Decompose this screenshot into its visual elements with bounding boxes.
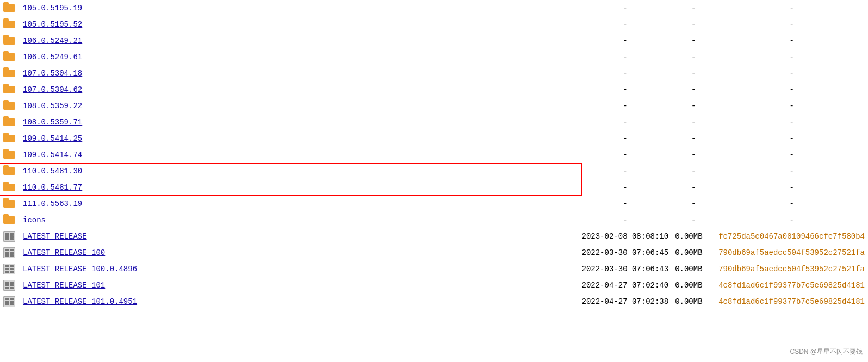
file-link[interactable]: 105.0.5195.52 xyxy=(23,20,82,29)
file-link[interactable]: LATEST_RELEASE_100.0.4896 xyxy=(23,265,137,273)
date-cell: - xyxy=(579,0,672,16)
size-cell: - xyxy=(672,33,715,49)
file-link[interactable]: 111.0.5563.19 xyxy=(23,199,82,208)
size-cell: - xyxy=(672,98,715,114)
file-link[interactable]: icons xyxy=(23,216,46,224)
icon-cell xyxy=(0,147,20,163)
date-cell: - xyxy=(579,98,672,114)
name-cell[interactable]: 110.0.5481.30 xyxy=(20,163,579,179)
table-row: LATEST_RELEASE2023-02-08 08:08:100.00MBf… xyxy=(0,228,868,245)
size-cell: - xyxy=(672,163,715,179)
file-link[interactable]: LATEST_RELEASE_101 xyxy=(23,281,105,290)
size-cell: - xyxy=(672,147,715,163)
name-cell[interactable]: icons xyxy=(20,212,579,228)
icon-cell xyxy=(0,261,20,277)
file-link[interactable]: 108.0.5359.71 xyxy=(23,118,82,127)
file-icon xyxy=(3,281,15,290)
size-cell: - xyxy=(672,212,715,228)
name-cell[interactable]: 108.0.5359.22 xyxy=(20,98,579,114)
icon-cell xyxy=(0,16,20,33)
name-cell[interactable]: 108.0.5359.71 xyxy=(20,114,579,130)
size-cell: 0.00MB xyxy=(672,261,715,277)
icon-cell xyxy=(0,179,20,196)
hash-cell: - xyxy=(715,163,868,179)
folder-icon xyxy=(3,198,15,208)
file-icon xyxy=(3,248,15,257)
name-cell[interactable]: 110.0.5481.77 xyxy=(20,179,579,196)
date-cell: - xyxy=(579,130,672,147)
date-cell: - xyxy=(579,147,672,163)
date-cell: - xyxy=(579,114,672,130)
name-cell[interactable]: 106.0.5249.61 xyxy=(20,49,579,65)
folder-icon xyxy=(3,165,15,175)
date-cell: - xyxy=(579,49,672,65)
name-cell[interactable]: LATEST_RELEASE xyxy=(20,228,579,245)
file-link[interactable]: 109.0.5414.25 xyxy=(23,134,82,143)
file-list-table: 105.0.5195.19---105.0.5195.52---106.0.52… xyxy=(0,0,868,310)
icon-cell xyxy=(0,196,20,212)
hash-cell: fc725da5c0467a00109466cfe7f580b4 xyxy=(715,228,868,245)
name-cell[interactable]: 111.0.5563.19 xyxy=(20,196,579,212)
file-link[interactable]: 108.0.5359.22 xyxy=(23,102,82,110)
table-row: 105.0.5195.19--- xyxy=(0,0,868,16)
table-row: LATEST_RELEASE_100.0.48962022-03-30 07:0… xyxy=(0,261,868,277)
table-row: 108.0.5359.71--- xyxy=(0,114,868,130)
name-cell[interactable]: 107.0.5304.18 xyxy=(20,65,579,82)
icon-cell xyxy=(0,114,20,130)
date-cell: 2022-04-27 07:02:40 xyxy=(579,277,672,294)
size-cell: - xyxy=(672,49,715,65)
size-cell: - xyxy=(672,65,715,82)
icon-cell xyxy=(0,212,20,228)
icon-cell xyxy=(0,245,20,261)
hash-cell: - xyxy=(715,196,868,212)
file-link[interactable]: LATEST_RELEASE_101.0.4951 xyxy=(23,297,137,306)
file-link[interactable]: 107.0.5304.18 xyxy=(23,69,82,78)
file-link[interactable]: 105.0.5195.19 xyxy=(23,4,82,13)
hash-cell: - xyxy=(715,65,868,82)
file-icon xyxy=(3,232,15,241)
file-link[interactable]: 109.0.5414.74 xyxy=(23,151,82,159)
icon-cell xyxy=(0,0,20,16)
table-row: LATEST_RELEASE_1012022-04-27 07:02:400.0… xyxy=(0,277,868,294)
folder-icon xyxy=(3,182,15,191)
name-cell[interactable]: LATEST_RELEASE_101.0.4951 xyxy=(20,294,579,310)
file-link[interactable]: 110.0.5481.77 xyxy=(23,183,82,192)
file-link[interactable]: 106.0.5249.21 xyxy=(23,36,82,45)
file-link[interactable]: LATEST_RELEASE_100 xyxy=(23,248,105,257)
folder-icon xyxy=(3,84,15,93)
date-cell: 2022-03-30 07:06:45 xyxy=(579,245,672,261)
hash-cell: 790db69af5aedcc504f53952c27521fa xyxy=(715,245,868,261)
file-link[interactable]: LATEST_RELEASE xyxy=(23,232,87,241)
icon-cell xyxy=(0,65,20,82)
name-cell[interactable]: LATEST_RELEASE_100 xyxy=(20,245,579,261)
table-row: 107.0.5304.62--- xyxy=(0,82,868,98)
file-link[interactable]: 107.0.5304.62 xyxy=(23,85,82,94)
name-cell[interactable]: 106.0.5249.21 xyxy=(20,33,579,49)
watermark: CSDN @星星不闪不要钱 xyxy=(790,347,863,357)
icon-cell xyxy=(0,163,20,179)
folder-icon xyxy=(3,18,15,28)
size-cell: - xyxy=(672,196,715,212)
icon-cell xyxy=(0,294,20,310)
hash-cell: 4c8fd1ad6c1f99377b7c5e69825d4181 xyxy=(715,277,868,294)
name-cell[interactable]: 109.0.5414.25 xyxy=(20,130,579,147)
folder-icon xyxy=(3,214,15,224)
date-cell: - xyxy=(579,196,672,212)
table-row: LATEST_RELEASE_1002022-03-30 07:06:450.0… xyxy=(0,245,868,261)
folder-icon xyxy=(3,116,15,126)
name-cell[interactable]: LATEST_RELEASE_101 xyxy=(20,277,579,294)
size-cell: - xyxy=(672,0,715,16)
icon-cell xyxy=(0,130,20,147)
name-cell[interactable]: 105.0.5195.52 xyxy=(20,16,579,33)
name-cell[interactable]: 107.0.5304.62 xyxy=(20,82,579,98)
date-cell: 2023-02-08 08:08:10 xyxy=(579,228,672,245)
file-icon xyxy=(3,265,15,273)
file-link[interactable]: 106.0.5249.61 xyxy=(23,53,82,61)
hash-cell: - xyxy=(715,33,868,49)
file-link[interactable]: 110.0.5481.30 xyxy=(23,167,82,176)
date-cell: 2022-04-27 07:02:38 xyxy=(579,294,672,310)
size-cell: 0.00MB xyxy=(672,245,715,261)
name-cell[interactable]: 105.0.5195.19 xyxy=(20,0,579,16)
name-cell[interactable]: 109.0.5414.74 xyxy=(20,147,579,163)
name-cell[interactable]: LATEST_RELEASE_100.0.4896 xyxy=(20,261,579,277)
